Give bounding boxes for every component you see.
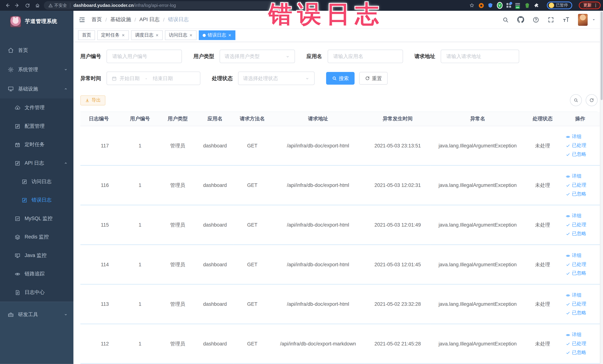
search-button[interactable]: 搜索	[326, 72, 355, 84]
breadcrumb-item[interactable]: 基础设施	[110, 16, 131, 23]
sidebar-item-label: API 日志	[25, 160, 44, 166]
tab-访问日志[interactable]: 访问日志	[165, 30, 197, 40]
action-已处理[interactable]: 已处理	[566, 301, 598, 307]
sidebar-item-链路追踪[interactable]: 链路追踪	[0, 265, 73, 283]
address-bar[interactable]: 不安全 dashboard.yudao.iocoder.cn/infra/log…	[44, 1, 284, 10]
refresh-table-button[interactable]	[586, 94, 598, 106]
user-id-input[interactable]	[112, 53, 177, 59]
github-icon[interactable]	[517, 16, 524, 23]
export-button[interactable]: 导出	[81, 95, 105, 105]
action-label: 已忽略	[572, 191, 586, 197]
timer-icon	[15, 142, 20, 147]
page-scrollbar[interactable]	[600, 11, 603, 364]
browser-forward-icon[interactable]	[13, 1, 22, 10]
tab-错误日志[interactable]: 错误日志	[199, 30, 235, 40]
action-已忽略[interactable]: 已忽略	[566, 191, 598, 197]
breadcrumb: 首页/基础设施/API 日志/错误日志	[92, 16, 189, 23]
sidebar-item-Redis 监控[interactable]: Redis 监控	[0, 228, 73, 246]
breadcrumb-separator: /	[105, 17, 107, 23]
check-icon	[566, 302, 570, 306]
sidebar-item-配置管理[interactable]: 配置管理	[0, 117, 73, 136]
user-type-select[interactable]: 请选择用户类型	[220, 50, 295, 63]
action-已处理[interactable]: 已处理	[566, 341, 598, 347]
action-label: 已忽略	[572, 349, 586, 356]
app-name-input[interactable]	[332, 53, 398, 59]
extension-icon[interactable]	[478, 2, 484, 8]
extension-icon[interactable]	[524, 2, 530, 8]
browser-back-icon[interactable]	[3, 1, 12, 10]
extension-icon[interactable]	[506, 2, 512, 8]
fullscreen-icon[interactable]	[548, 16, 554, 23]
app-logo[interactable]: 芋道管理系统	[0, 11, 73, 32]
browser-reload-icon[interactable]	[23, 1, 32, 10]
action-已处理[interactable]: 已处理	[566, 222, 598, 228]
check-icon	[566, 341, 570, 346]
tab-close-icon[interactable]	[155, 33, 159, 37]
sidebar-item-文件管理[interactable]: 文件管理	[0, 98, 73, 117]
process-status-select[interactable]: 请选择处理状态	[238, 71, 314, 85]
cell-user_type: 管理员	[159, 245, 197, 284]
font-size-icon[interactable]	[563, 16, 569, 23]
action-已忽略[interactable]: 已忽略	[566, 270, 598, 276]
sidebar-item-MySQL 监控[interactable]: MySQL 监控	[0, 209, 73, 228]
action-详细[interactable]: 详细	[566, 331, 598, 338]
check-icon	[566, 223, 570, 227]
tab-定时任务[interactable]: 定时任务	[97, 30, 129, 40]
date-range-picker[interactable]: 开始日期 - 结束日期	[107, 71, 200, 85]
help-icon[interactable]	[533, 16, 539, 23]
action-已忽略[interactable]: 已忽略	[566, 151, 598, 158]
action-label: 详细	[572, 133, 581, 140]
breadcrumb-item[interactable]: 错误日志	[168, 16, 189, 23]
app-name-label: 应用名	[306, 53, 322, 60]
action-已忽略[interactable]: 已忽略	[566, 349, 598, 356]
tab-close-icon[interactable]	[228, 33, 232, 37]
sidebar-item-首页[interactable]: 首页	[0, 41, 73, 60]
sidebar-item-Java 监控[interactable]: Java 监控	[0, 246, 73, 265]
browser-profile-chip[interactable]: 已暂停	[547, 1, 572, 9]
extension-icon[interactable]	[487, 2, 493, 8]
sidebar-item-系统管理[interactable]: 系统管理	[0, 60, 73, 79]
action-已忽略[interactable]: 已忽略	[566, 231, 598, 237]
tab-首页[interactable]: 首页	[78, 30, 95, 40]
tab-close-icon[interactable]	[122, 33, 125, 37]
action-已处理[interactable]: 已处理	[566, 142, 598, 149]
sidebar-item-定时任务[interactable]: 定时任务	[0, 135, 73, 154]
process-status-label: 处理状态	[212, 75, 233, 82]
breadcrumb-item[interactable]: 首页	[92, 16, 102, 23]
browser-home-icon[interactable]	[33, 1, 42, 10]
action-已处理[interactable]: 已处理	[566, 182, 598, 188]
action-已忽略[interactable]: 已忽略	[566, 310, 598, 316]
sidebar-item-访问日志[interactable]: 访问日志	[0, 172, 73, 191]
extension-icon[interactable]: on	[515, 2, 521, 8]
extensions-puzzle-icon[interactable]	[534, 2, 539, 8]
sidebar-item-错误日志[interactable]: 错误日志	[0, 191, 73, 209]
action-详细[interactable]: 详细	[566, 252, 598, 259]
search-icon[interactable]	[502, 16, 509, 23]
action-详细[interactable]: 详细	[566, 213, 598, 219]
request-url-input[interactable]	[445, 53, 514, 59]
action-详细[interactable]: 详细	[566, 133, 598, 140]
user-avatar[interactable]	[578, 14, 588, 26]
browser-menu-icon[interactable]	[593, 3, 598, 8]
tab-close-icon[interactable]	[189, 33, 193, 37]
sidebar-item-日志中心[interactable]: 日志中心	[0, 283, 73, 302]
sidebar-item-基础设施[interactable]: 基础设施	[0, 79, 73, 98]
sidebar-item-研发工具[interactable]: 研发工具	[0, 305, 73, 324]
browser-update-button[interactable]: 更新	[579, 1, 601, 9]
sidebar-item-API 日志[interactable]: API 日志	[0, 154, 73, 172]
action-详细[interactable]: 详细	[566, 292, 598, 299]
cell-id: 116	[81, 165, 121, 205]
toggle-search-button[interactable]	[570, 94, 582, 106]
action-已处理[interactable]: 已处理	[566, 261, 598, 268]
breadcrumb-item[interactable]: API 日志	[139, 16, 160, 23]
cell-id: 112	[81, 324, 121, 364]
reset-button[interactable]: 重置	[359, 72, 388, 84]
bookmark-star-icon[interactable]	[469, 2, 475, 8]
tag-tab-bar: 首页定时任务调度日志访问日志错误日志	[73, 29, 603, 42]
extension-icon[interactable]: V	[497, 2, 502, 8]
avatar-caret-icon[interactable]	[591, 17, 596, 22]
sidebar-toggle-icon[interactable]	[77, 15, 87, 24]
tab-调度日志[interactable]: 调度日志	[131, 30, 162, 40]
action-详细[interactable]: 详细	[566, 173, 598, 180]
security-warning-icon[interactable]: 不安全	[48, 2, 67, 8]
